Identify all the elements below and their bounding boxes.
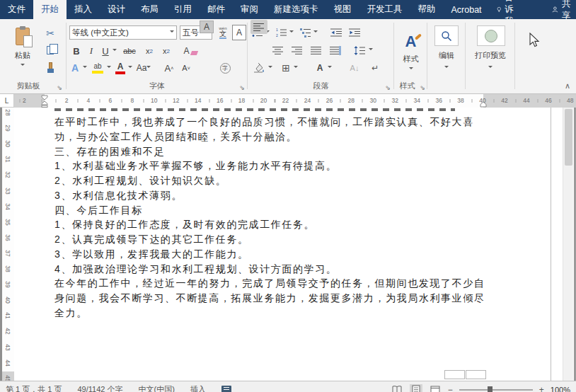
styles-dialog-launcher[interactable]: ⇘	[420, 85, 425, 91]
right-indent-marker[interactable]	[480, 102, 487, 108]
document-page[interactable]: 在平时工作中，我也养成了一个良好的品质习惯，不懂就问，工作踏实认真、不好大喜功，…	[14, 108, 551, 392]
language-indicator[interactable]: 中文(中国)	[138, 384, 174, 392]
enclose-characters-button[interactable]: 字	[218, 60, 232, 76]
ribbon-tab[interactable]: 设计	[100, 0, 133, 19]
word-count[interactable]: 49/1142 个字	[77, 384, 122, 392]
line-spacing-dropdown[interactable]	[367, 42, 374, 58]
ribbon-tab[interactable]: 新建选项卡	[266, 0, 326, 19]
paste-dropdown-arrow	[21, 64, 25, 68]
bold-button[interactable]: B	[69, 43, 83, 59]
paragraph-dialog-launcher[interactable]: ⇘	[385, 85, 391, 91]
print-preview-button[interactable]	[477, 25, 505, 46]
proofing-icon[interactable]	[221, 386, 231, 392]
format-painter-button[interactable]	[41, 60, 59, 74]
ribbon-tab[interactable]: 开发工具	[359, 0, 410, 19]
text-effects-button[interactable]: A	[68, 60, 82, 76]
zoom-slider-thumb[interactable]	[488, 386, 493, 392]
shading-dropdown[interactable]	[267, 60, 274, 76]
phonetic-guide-button[interactable]: wén 文	[215, 25, 231, 40]
ruler-number: 30	[4, 138, 11, 149]
clipboard-dialog-launcher[interactable]: ⇘	[57, 85, 62, 91]
highlight-dropdown[interactable]	[105, 60, 113, 76]
decrease-indent-button[interactable]	[328, 25, 344, 40]
font-dialog-launcher[interactable]: ⇘	[239, 85, 245, 91]
align-center-button[interactable]	[270, 42, 287, 58]
ribbon-tab[interactable]: 开始	[33, 0, 67, 19]
hanging-indent-marker[interactable]	[41, 101, 48, 108]
page-indicator[interactable]: 第 1 页，共 1 页	[6, 384, 62, 392]
distribute-button[interactable]	[327, 42, 344, 58]
character-border-button[interactable]: A	[232, 25, 246, 40]
italic-button[interactable]: I	[85, 43, 98, 59]
ribbon-tab[interactable]: 邮件	[200, 0, 233, 19]
grow-font-button[interactable]: A˄	[161, 60, 177, 76]
multilevel-dropdown[interactable]	[312, 25, 319, 40]
styles-button[interactable]: A 样式	[398, 25, 424, 80]
underline-dropdown[interactable]	[111, 43, 118, 59]
align-right-button[interactable]	[289, 42, 306, 58]
show-marks-button[interactable]: ↵	[368, 60, 382, 76]
line-spacing-icon	[354, 46, 366, 55]
edit-dropdown-arrow[interactable]	[444, 66, 449, 70]
asian-layout-button[interactable]: A	[313, 60, 327, 76]
ribbon-tab[interactable]: 布局	[133, 0, 166, 19]
text-effects-dropdown[interactable]	[81, 60, 88, 76]
horizontal-ruler[interactable]: 2 24681012141618202224262830323436384042…	[14, 94, 576, 108]
ribbon-tab[interactable]: 帮助	[410, 0, 444, 19]
print-preview-dropdown-arrow[interactable]	[488, 66, 493, 70]
subscript-button[interactable]: x2	[142, 43, 157, 59]
strikethrough-button[interactable]: abc	[120, 43, 139, 59]
ribbon-tab[interactable]: Acrobat	[444, 0, 490, 19]
ribbon-tab[interactable]: 插入	[67, 0, 100, 19]
ribbon-tab[interactable]: 引用	[166, 0, 200, 19]
change-case-button[interactable]: Aa	[135, 60, 152, 76]
vertical-ruler[interactable]: 282930313233343536373839404142434445	[0, 108, 14, 392]
ribbon-tab[interactable]: 文件	[0, 0, 33, 19]
copy-button[interactable]	[41, 43, 59, 57]
font-name-combo[interactable]: 等线 (中文正文)	[69, 25, 177, 40]
web-layout-button[interactable]	[429, 384, 442, 392]
numbering-button[interactable]: 12	[275, 25, 289, 40]
read-mode-button[interactable]	[391, 384, 403, 392]
zoom-in-button[interactable]: +	[539, 385, 544, 392]
asian-layout-dropdown[interactable]	[326, 60, 333, 76]
borders-dropdown[interactable]	[292, 60, 299, 76]
align-left-button[interactable]	[250, 20, 267, 34]
tab-selector[interactable]: L	[0, 94, 14, 108]
shading-button[interactable]	[252, 60, 267, 76]
ribbon-tab[interactable]: 审阅	[233, 0, 266, 19]
sort-button[interactable]: A↓	[347, 60, 362, 76]
ribbon-tab[interactable]: 视图	[326, 0, 359, 19]
font-color-dropdown[interactable]	[127, 60, 134, 76]
numbering-dropdown[interactable]	[288, 25, 295, 40]
borders-button[interactable]: ⊞	[279, 60, 293, 76]
zoom-slider[interactable]	[459, 389, 533, 391]
collapse-ribbon-button[interactable]: ∧	[565, 81, 570, 91]
text-highlight-button[interactable]: ab	[89, 60, 106, 76]
share-button[interactable]: 共享	[543, 0, 576, 22]
multilevel-list-button[interactable]	[299, 25, 313, 40]
superscript-button[interactable]: x2	[159, 43, 174, 59]
document-line: 身问题，我会不断学习、不断提高，拓展业务能力，发掘更多潜力，为我局水利事业倾尽	[54, 291, 507, 306]
cut-button[interactable]: ✂	[41, 26, 59, 40]
line-spacing-button[interactable]	[351, 42, 368, 58]
edit-button[interactable]	[434, 25, 459, 46]
font-color-button[interactable]: A	[113, 60, 127, 76]
shrink-font-button[interactable]: A˅	[178, 60, 194, 76]
first-line-indent-marker[interactable]	[41, 95, 48, 100]
paste-button[interactable]: 粘贴	[6, 25, 40, 86]
character-shading-button[interactable]: A	[200, 21, 214, 33]
clear-formatting-button[interactable]: A	[180, 43, 201, 59]
underline-button[interactable]: U	[99, 43, 112, 59]
insert-mode-indicator[interactable]: 插入	[190, 384, 206, 392]
scrollbar-thumb[interactable]	[565, 109, 572, 166]
justify-button[interactable]	[308, 42, 325, 58]
ruler-number: 18	[238, 97, 245, 104]
vertical-scrollbar[interactable]	[563, 108, 573, 381]
borders-icon: ⊞	[282, 62, 290, 74]
clipboard-group: 粘贴 ✂ 剪贴板 ⇘	[0, 19, 67, 93]
print-layout-button[interactable]	[410, 384, 422, 392]
zoom-out-button[interactable]: −	[448, 385, 453, 392]
increase-indent-button[interactable]	[347, 25, 362, 40]
zoom-level[interactable]: 100%	[551, 386, 570, 392]
